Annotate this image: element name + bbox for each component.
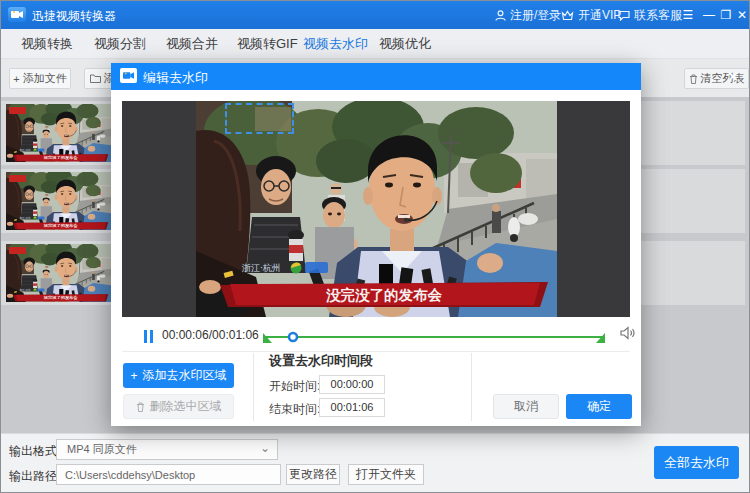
- register-login-button[interactable]: 注册/登录: [495, 1, 561, 29]
- contact-support-button[interactable]: 联系客服: [618, 1, 682, 29]
- watermark-selection-box[interactable]: [225, 103, 294, 134]
- app-logo-icon: [8, 7, 26, 22]
- output-settings-bar: 输出格式: MP4 同原文件 ⌄ 输出路径: C:\Users\cddehsy\…: [1, 433, 750, 493]
- delete-region-button[interactable]: 删除选中区域: [123, 394, 234, 419]
- watermark-blur-patch: [255, 107, 291, 131]
- tab-bar: 视频转换 视频分割 视频合并 视频转GIF 视频去水印 视频优化: [1, 29, 750, 59]
- divider: [471, 353, 472, 421]
- plus-icon: +: [13, 73, 19, 85]
- output-format-select[interactable]: MP4 同原文件 ⌄: [56, 439, 278, 460]
- close-button[interactable]: ✕: [733, 1, 750, 29]
- tv-station-logo-icon: [9, 175, 26, 182]
- folder-icon: [90, 74, 101, 83]
- video-thumbnail: [6, 172, 111, 230]
- menu-button[interactable]: ☰: [679, 1, 697, 29]
- edit-watermark-dialog: 编辑去水印 ✕ 00:00:06/00:01:06: [111, 63, 641, 426]
- add-file-button[interactable]: + 添加文件: [9, 68, 71, 89]
- end-time-input[interactable]: 00:01:06: [319, 398, 385, 417]
- time-section-title: 设置去水印时间段: [269, 352, 373, 370]
- pause-icon: [144, 330, 154, 343]
- tab-video-split[interactable]: 视频分割: [94, 29, 146, 59]
- trash-icon: [689, 74, 698, 84]
- app-title: 迅捷视频转换器: [32, 8, 116, 25]
- dialog-close-icon[interactable]: ✕: [723, 67, 743, 87]
- timecode: 00:00:06/00:01:06: [162, 328, 259, 342]
- vip-button[interactable]: 开通VIP: [561, 1, 621, 29]
- open-folder-button[interactable]: 打开文件夹: [348, 464, 424, 485]
- playback-controls: 00:00:06/00:01:06: [122, 323, 630, 349]
- playhead: [289, 333, 297, 341]
- tab-video-to-gif[interactable]: 视频转GIF: [237, 29, 298, 59]
- tv-station-logo-icon: [9, 247, 26, 254]
- dialog-header: 编辑去水印 ✕: [111, 63, 641, 90]
- video-thumbnail: [6, 104, 111, 162]
- add-watermark-region-button[interactable]: + 添加去水印区域: [123, 363, 234, 388]
- speaker-icon: [620, 326, 635, 340]
- video-preview: [122, 101, 630, 317]
- divider: [122, 351, 630, 352]
- tab-video-optimize[interactable]: 视频优化: [379, 29, 431, 59]
- tab-video-merge[interactable]: 视频合并: [166, 29, 218, 59]
- crown-icon: [561, 10, 574, 21]
- divider: [253, 353, 254, 421]
- output-path-input[interactable]: C:\Users\cddehsy\Desktop: [56, 464, 281, 485]
- end-time-label: 结束时间:: [269, 401, 320, 418]
- user-icon: [495, 10, 506, 21]
- app-window: 迅捷视频转换器 注册/登录 开通VIP 联系客服 ☰ — ❐ ✕ 视频转换 视频…: [0, 0, 750, 493]
- chat-bubble-icon: [618, 10, 630, 21]
- pause-button[interactable]: [144, 329, 154, 347]
- video-thumbnail: [6, 244, 111, 302]
- minimize-button[interactable]: —: [700, 1, 718, 29]
- output-path-label: 输出路径:: [9, 468, 60, 485]
- remove-all-watermark-button[interactable]: 全部去水印: [654, 446, 739, 479]
- volume-button[interactable]: [620, 326, 635, 344]
- tv-station-logo-icon: [9, 107, 26, 114]
- start-time-label: 开始时间:: [269, 378, 320, 395]
- title-bar: 迅捷视频转换器 注册/登录 开通VIP 联系客服 ☰ — ❐ ✕: [1, 1, 750, 29]
- tab-remove-watermark[interactable]: 视频去水印: [303, 29, 368, 59]
- change-path-button[interactable]: 更改路径: [286, 464, 340, 485]
- output-format-label: 输出格式:: [9, 443, 60, 460]
- seek-slider[interactable]: [259, 328, 609, 349]
- start-time-input[interactable]: 00:00:00: [319, 375, 385, 394]
- ok-button[interactable]: 确定: [566, 394, 632, 419]
- trash-icon: [136, 402, 145, 412]
- dialog-title: 编辑去水印: [143, 69, 208, 87]
- chevron-down-icon: ⌄: [260, 441, 270, 455]
- cancel-button[interactable]: 取消: [493, 394, 559, 419]
- plus-icon: +: [130, 369, 137, 383]
- tab-video-convert[interactable]: 视频转换: [21, 29, 73, 59]
- dialog-icon: [120, 68, 137, 83]
- video-frame: [196, 101, 557, 317]
